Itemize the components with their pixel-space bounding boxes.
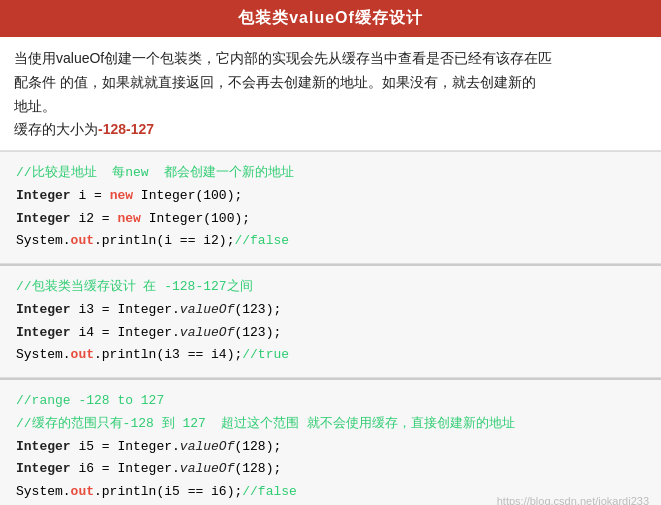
title-bar: 包装类valueOf缓存设计 — [0, 0, 661, 37]
code-block-1: //比较是地址 每new 都会创建一个新的地址 Integer i = new … — [0, 151, 661, 264]
description-area: 当使用valueOf创建一个包装类，它内部的实现会先从缓存当中查看是否已经有该存… — [0, 37, 661, 151]
code1-line2: Integer i2 = new Integer(100); — [16, 208, 645, 231]
desc-text-1: 当使用valueOf创建一个包装类，它内部的实现会先从缓存当中查看是否已经有该存… — [14, 50, 552, 66]
code1-comment: //比较是地址 每new 都会创建一个新的地址 — [16, 162, 645, 185]
page-wrapper: 包装类valueOf缓存设计 当使用valueOf创建一个包装类，它内部的实现会… — [0, 0, 661, 505]
desc-cache-label: 缓存的大小为 — [14, 121, 98, 137]
page-title: 包装类valueOf缓存设计 — [238, 9, 423, 26]
desc-text-2: 配条件 的值，如果就就直接返回，不会再去创建新的地址。如果没有，就去创建新的 — [14, 74, 536, 90]
code3-comment2: //缓存的范围只有-128 到 127 超过这个范围 就不会使用缓存，直接创建新… — [16, 413, 645, 436]
desc-line1: 当使用valueOf创建一个包装类，它内部的实现会先从缓存当中查看是否已经有该存… — [14, 47, 647, 71]
code2-line3: System.out.println(i3 == i4);//true — [16, 344, 645, 367]
desc-line4: 缓存的大小为-128-127 — [14, 118, 647, 142]
desc-text-3: 地址。 — [14, 98, 56, 114]
code-section: //比较是地址 每new 都会创建一个新的地址 Integer i = new … — [0, 151, 661, 505]
code1-line3: System.out.println(i == i2);//false — [16, 230, 645, 253]
code3-line1: Integer i5 = Integer.valueOf(128); — [16, 436, 645, 459]
code3-line3: System.out.println(i5 == i6);//false — [16, 481, 645, 504]
code-block-3: //range -128 to 127 //缓存的范围只有-128 到 127 … — [0, 378, 661, 505]
code1-line1: Integer i = new Integer(100); — [16, 185, 645, 208]
code-block-2: //包装类当缓存设计 在 -128-127之间 Integer i3 = Int… — [0, 264, 661, 378]
desc-line2: 配条件 的值，如果就就直接返回，不会再去创建新的地址。如果没有，就去创建新的 — [14, 71, 647, 95]
desc-line3: 地址。 — [14, 95, 647, 119]
code3-line2: Integer i6 = Integer.valueOf(128); — [16, 458, 645, 481]
code3-comment1: //range -128 to 127 — [16, 390, 645, 413]
code2-comment: //包装类当缓存设计 在 -128-127之间 — [16, 276, 645, 299]
code2-line1: Integer i3 = Integer.valueOf(123); — [16, 299, 645, 322]
desc-cache-range: -128-127 — [98, 121, 154, 137]
code2-line2: Integer i4 = Integer.valueOf(123); — [16, 322, 645, 345]
